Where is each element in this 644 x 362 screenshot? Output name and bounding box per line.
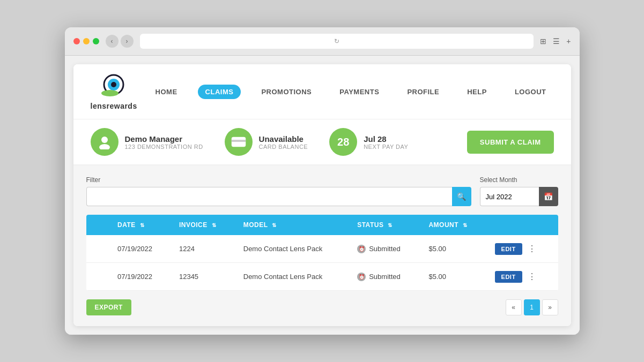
- filter-input[interactable]: [86, 187, 452, 206]
- svg-point-3: [101, 90, 119, 96]
- browser-nav: ‹ ›: [106, 35, 134, 48]
- dot-green[interactable]: [93, 38, 99, 44]
- browser-content: lensrewards HOMECLAIMSPROMOTIONSPAYMENTS…: [65, 56, 580, 335]
- col-invoice[interactable]: INVOICE ⇅: [171, 215, 235, 235]
- svg-point-2: [111, 82, 116, 87]
- dot-yellow[interactable]: [83, 38, 90, 44]
- sort-icon-model: ⇅: [272, 222, 277, 228]
- user-avatar: [91, 128, 119, 156]
- filter-search-button[interactable]: 🔍: [452, 187, 471, 206]
- edit-button-0[interactable]: EDIT: [495, 243, 522, 255]
- svg-rect-7: [232, 140, 246, 142]
- menu-icon[interactable]: ☰: [553, 37, 560, 46]
- logo: lensrewards: [91, 73, 137, 110]
- nav-item-promotions[interactable]: PROMOTIONS: [254, 85, 319, 99]
- cell-amount-1: $5.00: [420, 263, 486, 291]
- export-button[interactable]: EXPORT: [86, 299, 131, 315]
- cell-select-1: [86, 263, 109, 291]
- first-page-button[interactable]: «: [506, 299, 522, 315]
- logo-text: lensrewards: [91, 102, 137, 110]
- pay-day-icon: 28: [329, 128, 357, 156]
- table-body: 07/19/2022 1224 Demo Contact Lens Pack ⏰…: [86, 235, 558, 291]
- nav-item-home[interactable]: HOME: [148, 85, 185, 99]
- card-details: Unavailable CARD BALANCE: [259, 134, 308, 150]
- logo-bold: rewards: [107, 102, 137, 110]
- filter-group: Filter 🔍: [86, 176, 471, 206]
- pay-details: Jul 28 Next Pay Day: [364, 134, 408, 150]
- claims-table: ⇅ DATE ⇅ INVOICE ⇅ MODEL ⇅: [86, 215, 558, 291]
- current-page-button[interactable]: 1: [524, 299, 540, 315]
- next-page-button[interactable]: »: [542, 299, 558, 315]
- month-label: Select Month: [480, 176, 558, 184]
- calendar-icon: 📅: [544, 192, 553, 201]
- back-button[interactable]: ‹: [106, 35, 119, 48]
- table-row: 07/19/2022 1224 Demo Contact Lens Pack ⏰…: [86, 235, 558, 263]
- cell-model-0: Demo Contact Lens Pack: [235, 235, 349, 263]
- calendar-button[interactable]: 📅: [539, 187, 558, 206]
- cell-actions-1: EDIT ⋮: [486, 263, 558, 291]
- cell-invoice-1: 12345: [171, 263, 235, 291]
- browser-dots: [73, 38, 99, 44]
- sort-icon-status: ⇅: [388, 222, 393, 228]
- nav-menu: HOMECLAIMSPROMOTIONSPAYMENTSPROFILEHELPL…: [148, 85, 554, 99]
- table-header-row: ⇅ DATE ⇅ INVOICE ⇅ MODEL ⇅: [86, 215, 558, 235]
- user-bar: Demo Manager 123 Demonstration Rd Unavai…: [73, 119, 571, 165]
- app-header: lensrewards HOMECLAIMSPROMOTIONSPAYMENTS…: [73, 64, 571, 119]
- browser-chrome: ‹ › ↻ ⊞ ☰ +: [65, 27, 580, 56]
- pay-day-label: Next Pay Day: [364, 144, 408, 150]
- card-label: CARD BALANCE: [259, 144, 308, 150]
- col-actions: [486, 215, 558, 235]
- month-group: Select Month 📅: [480, 176, 558, 206]
- svg-point-4: [101, 137, 108, 143]
- nav-item-help[interactable]: HELP: [460, 85, 494, 99]
- nav-item-claims[interactable]: CLAIMS: [198, 85, 241, 99]
- cell-date-1: 07/19/2022: [109, 263, 171, 291]
- logo-icon: [100, 73, 128, 101]
- month-input[interactable]: [480, 187, 539, 206]
- table-row: 07/19/2022 12345 Demo Contact Lens Pack …: [86, 263, 558, 291]
- cell-model-1: Demo Contact Lens Pack: [235, 263, 349, 291]
- card-icon: [225, 128, 253, 156]
- col-status[interactable]: STATUS ⇅: [349, 215, 420, 235]
- card-status: Unavailable: [259, 134, 308, 144]
- nav-item-profile[interactable]: PROFILE: [399, 85, 447, 99]
- app-container: lensrewards HOMECLAIMSPROMOTIONSPAYMENTS…: [73, 64, 571, 326]
- new-tab-icon[interactable]: +: [566, 37, 571, 46]
- edit-button-1[interactable]: EDIT: [495, 271, 522, 283]
- cell-amount-0: $5.00: [420, 235, 486, 263]
- svg-point-5: [99, 144, 110, 149]
- forward-button[interactable]: ›: [121, 35, 134, 48]
- table-footer: EXPORT « 1 »: [86, 299, 558, 315]
- status-clock-1: ⏰: [357, 273, 366, 281]
- cell-actions-0: EDIT ⋮: [486, 235, 558, 263]
- browser-toolbar-icons: ⊞ ☰ +: [540, 37, 571, 46]
- status-text-1: Submitted: [369, 273, 401, 281]
- col-amount[interactable]: AMOUNT ⇅: [420, 215, 486, 235]
- sort-icon-amount: ⇅: [463, 222, 468, 228]
- filter-input-wrap: 🔍: [86, 187, 471, 206]
- more-button-0[interactable]: ⋮: [525, 242, 538, 256]
- submit-claim-button[interactable]: SUBMIT A CLAIM: [467, 131, 554, 154]
- more-button-1[interactable]: ⋮: [525, 269, 538, 284]
- month-input-wrap: 📅: [480, 187, 558, 206]
- cell-date-0: 07/19/2022: [109, 235, 171, 263]
- nav-item-payments[interactable]: PAYMENTS: [332, 85, 387, 99]
- user-details: Demo Manager 123 Demonstration Rd: [125, 134, 203, 150]
- grid-icon[interactable]: ⊞: [540, 37, 546, 46]
- cell-status-1: ⏰ Submitted: [349, 263, 420, 291]
- col-date[interactable]: DATE ⇅: [109, 215, 171, 235]
- user-name: Demo Manager: [125, 134, 203, 144]
- browser-window: ‹ › ↻ ⊞ ☰ +: [65, 27, 580, 335]
- claims-section: Filter 🔍 Select Month: [73, 165, 571, 326]
- user-address: 123 Demonstration Rd: [125, 144, 203, 150]
- dot-red[interactable]: [73, 38, 80, 44]
- nav-item-logout[interactable]: LOGOUT: [507, 85, 554, 99]
- col-select[interactable]: ⇅: [86, 215, 109, 235]
- cell-status-0: ⏰ Submitted: [349, 235, 420, 263]
- cell-select-0: [86, 235, 109, 263]
- url-bar[interactable]: ↻: [140, 34, 534, 49]
- cell-invoice-0: 1224: [171, 235, 235, 263]
- logo-plain: lens: [91, 102, 107, 110]
- col-model[interactable]: MODEL ⇅: [235, 215, 349, 235]
- table-header: ⇅ DATE ⇅ INVOICE ⇅ MODEL ⇅: [86, 215, 558, 235]
